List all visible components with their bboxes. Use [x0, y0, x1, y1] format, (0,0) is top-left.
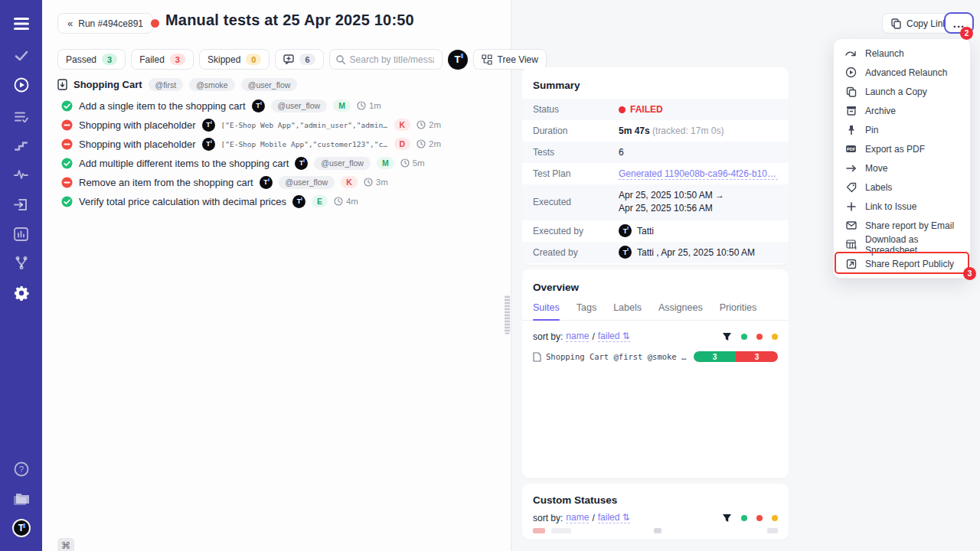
run-id-label: Run #494ce891: [78, 18, 143, 29]
runs-play-icon[interactable]: [0, 76, 42, 94]
passed-count-badge: 3: [102, 54, 117, 65]
app-window: ? T « Run #494ce891 Manual tests at 25 A…: [0, 0, 980, 551]
skipped-legend-dot[interactable]: [772, 334, 778, 340]
sort-failed-link[interactable]: failed ⇅: [598, 331, 630, 342]
test-row[interactable]: Add a single item to the shopping cart T…: [61, 97, 381, 114]
sort-failed-link[interactable]: failed ⇅: [598, 512, 630, 523]
suite-header[interactable]: Shopping Cart @first @smoke @user_flow: [57, 78, 297, 91]
suite-tag[interactable]: @user_flow: [241, 78, 298, 91]
menu-item-download-spreadsheet[interactable]: Download as Spreadsheet: [834, 235, 970, 254]
tests-check-icon[interactable]: [0, 47, 42, 65]
sort-by-label: sort by:: [533, 513, 563, 523]
menu-item-move[interactable]: Move: [834, 158, 970, 178]
sort-direction-icon: ⇅: [622, 512, 630, 523]
suite-tag[interactable]: @smoke: [189, 78, 235, 91]
suite-tag[interactable]: @first: [149, 78, 184, 91]
hamburger-menu-icon[interactable]: [0, 15, 42, 33]
steps-icon[interactable]: [0, 135, 42, 154]
import-icon[interactable]: [0, 195, 42, 214]
menu-item-label: Link to Issue: [865, 201, 916, 212]
menu-item-label: Move: [865, 163, 887, 174]
test-plans-icon[interactable]: [0, 107, 42, 126]
tab-priorities[interactable]: Priorities: [720, 302, 757, 320]
tab-suites[interactable]: Suites: [533, 302, 560, 320]
launch-copy-icon: [845, 86, 857, 97]
test-tag[interactable]: @user_flow: [314, 157, 371, 170]
sort-name-link[interactable]: name: [566, 331, 589, 342]
chevron-left-icon: «: [67, 18, 73, 29]
test-row[interactable]: Verify total price calculation with deci…: [61, 193, 358, 210]
more-actions-menu: Relaunch Advanced Relaunch Launch a Copy…: [833, 38, 971, 279]
menu-item-export-pdf[interactable]: PDF Export as PDF: [834, 139, 970, 158]
help-icon[interactable]: ?: [0, 460, 42, 478]
projects-folder-icon[interactable]: [0, 490, 42, 508]
test-row[interactable]: Shopping with placeholder T ["E-Shop Mob…: [61, 135, 441, 152]
tests-value: 6: [619, 147, 624, 158]
test-row[interactable]: Remove an item from the shopping cart T …: [61, 174, 388, 191]
menu-item-archive[interactable]: Archive: [834, 101, 970, 120]
tab-labels[interactable]: Labels: [613, 302, 642, 320]
branch-icon[interactable]: [0, 254, 42, 272]
user-avatar[interactable]: T: [0, 519, 42, 537]
comments-filter-button[interactable]: 6: [275, 49, 323, 70]
overview-tabs: Suites Tags Labels Assignees Priorities: [522, 302, 789, 321]
test-row[interactable]: Shopping with placeholder T ["E-Shop Web…: [61, 116, 441, 133]
overview-suite-row[interactable]: Shopping Cart @first @smoke … 3 3: [522, 347, 789, 367]
test-name: Add multiple different items to the shop…: [79, 158, 289, 169]
failed-legend-dot[interactable]: [756, 515, 763, 521]
menu-item-share-email[interactable]: Share report by Email: [834, 216, 970, 235]
test-duration: 1m: [369, 101, 381, 110]
menu-item-share-publicly[interactable]: Share Report Publicly: [834, 254, 970, 273]
clock-icon: [334, 197, 343, 206]
testomat-logo-button[interactable]: T: [448, 50, 468, 70]
test-tag[interactable]: @user_flow: [271, 99, 328, 112]
failed-legend-dot[interactable]: [756, 334, 763, 340]
assignee-badge: M: [333, 99, 351, 112]
menu-item-advanced-relaunch[interactable]: Advanced Relaunch: [834, 63, 970, 82]
menu-item-relaunch[interactable]: Relaunch: [834, 44, 970, 63]
sort-name-link[interactable]: name: [566, 512, 589, 523]
test-tag[interactable]: @user_flow: [279, 176, 335, 189]
test-row[interactable]: Add multiple different items to the shop…: [61, 155, 425, 171]
activity-pulse-icon[interactable]: [0, 165, 42, 184]
clipped-mark: [767, 528, 778, 533]
skipped-count-badge: 0: [246, 54, 261, 65]
skipped-legend-dot[interactable]: [772, 515, 778, 521]
creator-avatar: T: [619, 246, 632, 259]
test-plan-link[interactable]: Generated 1190e08b-ca96-4f26-b10f-d6dc..…: [619, 168, 778, 180]
tab-assignees[interactable]: Assignees: [658, 302, 703, 320]
menu-item-launch-copy[interactable]: Launch a Copy: [834, 82, 970, 101]
filter-funnel-icon[interactable]: [722, 514, 732, 523]
filter-failed-button[interactable]: Failed 3: [131, 49, 194, 70]
back-to-run-button[interactable]: « Run #494ce891: [57, 13, 153, 34]
sort-by-label: sort by:: [533, 331, 563, 342]
advanced-relaunch-icon: [845, 67, 857, 78]
menu-item-label: Archive: [865, 106, 896, 116]
passed-icon: [61, 100, 73, 112]
export-pdf-icon: PDF: [845, 143, 857, 155]
tree-view-button[interactable]: Tree View: [473, 49, 547, 70]
share-publicly-icon: [845, 258, 857, 269]
labels-icon: [845, 181, 857, 193]
executed-label: Executed: [533, 197, 619, 207]
analytics-icon[interactable]: [0, 225, 42, 243]
filter-skipped-button[interactable]: Skipped 0: [199, 49, 270, 70]
failed-icon: [61, 139, 73, 150]
filter-passed-button[interactable]: Passed 3: [57, 49, 126, 70]
tab-tags[interactable]: Tags: [577, 302, 596, 320]
passed-legend-dot[interactable]: [741, 515, 747, 521]
svg-text:?: ?: [18, 465, 23, 474]
filter-funnel-icon[interactable]: [722, 332, 732, 341]
panel-scrollbar[interactable]: [505, 295, 510, 334]
clock-icon: [357, 101, 366, 110]
passed-legend-dot[interactable]: [741, 334, 747, 340]
menu-item-link-issue[interactable]: Link to Issue: [834, 197, 970, 216]
menu-item-labels[interactable]: Labels: [834, 178, 970, 197]
settings-gear-icon[interactable]: [0, 284, 42, 302]
search-input[interactable]: [350, 54, 434, 65]
page-title: Manual tests at 25 Apr 2025 10:50: [165, 11, 414, 29]
summary-card: Summary Status FAILED Duration 5m 47s (t…: [522, 67, 789, 265]
test-name: Remove an item from the shopping cart: [79, 177, 253, 188]
suite-result-bar[interactable]: 3 3: [694, 351, 778, 362]
menu-item-pin[interactable]: Pin: [834, 120, 970, 139]
